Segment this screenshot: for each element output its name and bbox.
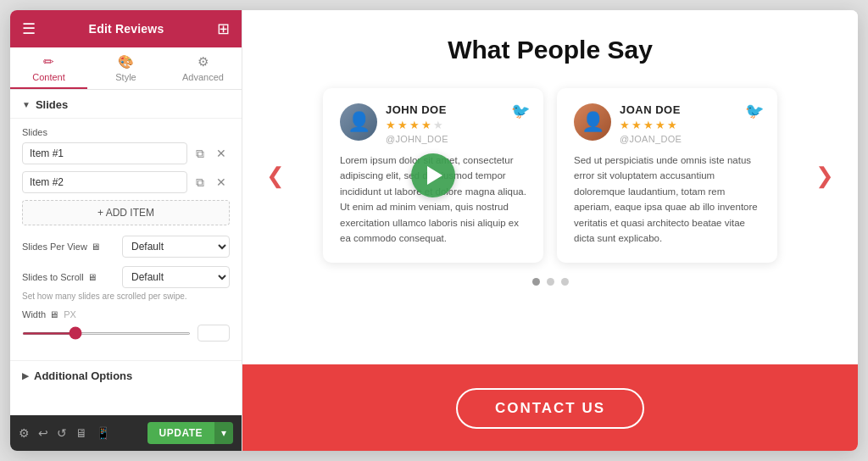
slide-item-2-input[interactable] bbox=[22, 171, 187, 193]
slides-per-view-label: Slides Per View 🖥 bbox=[22, 242, 115, 252]
star-4: ★ bbox=[655, 119, 665, 131]
update-button[interactable]: UPDATE bbox=[147, 422, 214, 444]
app-window: ☰ Edit Reviews ⊞ ✏ Content 🎨 Style ⚙ Adv… bbox=[10, 10, 858, 451]
play-icon bbox=[427, 166, 442, 185]
footer-icons: ⚙ ↩ ↺ 🖥 📱 bbox=[19, 426, 110, 440]
slides-to-scroll-help: Set how many slides are scrolled per swi… bbox=[22, 292, 230, 301]
review-card-2-header: 👤 JOAN DOE ★ ★ ★ ★ ★ @JOAN_D bbox=[574, 103, 760, 144]
slide-item-2-duplicate[interactable]: ⧉ bbox=[192, 174, 208, 192]
style-tab-icon: 🎨 bbox=[118, 54, 134, 69]
sidebar-header: ☰ Edit Reviews ⊞ bbox=[10, 10, 242, 47]
slides-field-label: Slides bbox=[22, 127, 230, 137]
width-unit: PX bbox=[64, 309, 76, 319]
review-card-1-header: 👤 JOHN DOE ★ ★ ★ ★ ★ @JOHN_D bbox=[340, 103, 526, 144]
tab-content[interactable]: ✏ Content bbox=[10, 47, 87, 89]
slides-to-scroll-select[interactable]: Default bbox=[122, 266, 230, 288]
slides-to-scroll-label: Slides to Scroll 🖥 bbox=[22, 272, 115, 282]
add-item-label: + ADD ITEM bbox=[97, 207, 154, 219]
width-slider[interactable] bbox=[22, 332, 191, 335]
slides-section-header[interactable]: ▼ Slides bbox=[10, 90, 242, 119]
slides-to-scroll-row: Slides to Scroll 🖥 Default bbox=[22, 266, 230, 288]
reviewer-2-info: JOAN DOE ★ ★ ★ ★ ★ @JOAN_DOE bbox=[620, 103, 760, 144]
grid-icon[interactable]: ⊞ bbox=[217, 19, 230, 38]
slides-section-title: Slides bbox=[36, 98, 68, 111]
additional-arrow-icon: ▶ bbox=[22, 371, 29, 380]
reviewer-2-stars: ★ ★ ★ ★ ★ bbox=[620, 119, 760, 131]
reviews-cards: 👤 JOHN DOE ★ ★ ★ ★ ★ @JOHN_D bbox=[292, 88, 809, 263]
reviewer-1-avatar: 👤 bbox=[340, 103, 377, 141]
sidebar-body: ▼ Slides Slides ⧉ ✕ ⧉ ✕ + ADD ITEM bbox=[10, 90, 242, 415]
slides-to-scroll-monitor-icon: 🖥 bbox=[87, 272, 97, 282]
width-row: Width 🖥 PX bbox=[22, 309, 230, 319]
redo-icon[interactable]: ↺ bbox=[57, 426, 67, 440]
width-stepper[interactable] bbox=[198, 325, 230, 342]
width-slider-row bbox=[22, 325, 230, 342]
slides-per-view-select[interactable]: Default bbox=[122, 236, 230, 258]
contact-us-button[interactable]: CONTACT US bbox=[456, 388, 644, 429]
star-5: ★ bbox=[433, 119, 443, 131]
reviewer-1-name: JOHN DOE bbox=[386, 103, 526, 116]
tab-style[interactable]: 🎨 Style bbox=[87, 47, 164, 89]
additional-section-header[interactable]: ▶ Additional Options bbox=[10, 361, 242, 391]
star-1: ★ bbox=[386, 119, 396, 131]
content-tab-icon: ✏ bbox=[43, 54, 54, 69]
update-button-group: UPDATE ▾ bbox=[147, 422, 233, 444]
star-3: ★ bbox=[409, 119, 420, 131]
main-content: What People Say ❮ 👤 JOHN DOE bbox=[242, 10, 858, 364]
dot-2[interactable] bbox=[547, 278, 554, 286]
star-2: ★ bbox=[632, 119, 642, 131]
menu-icon[interactable]: ☰ bbox=[22, 19, 36, 38]
reviewer-1-info: JOHN DOE ★ ★ ★ ★ ★ @JOHN_DOE bbox=[386, 103, 526, 144]
width-label: Width 🖥 bbox=[22, 309, 58, 319]
slides-per-view-row: Slides Per View 🖥 Default bbox=[22, 236, 230, 258]
tab-advanced[interactable]: ⚙ Advanced bbox=[164, 47, 242, 89]
review-card-1: 👤 JOHN DOE ★ ★ ★ ★ ★ @JOHN_D bbox=[323, 88, 543, 263]
sidebar-tabs: ✏ Content 🎨 Style ⚙ Advanced bbox=[10, 47, 242, 90]
reviewer-1-twitter-icon: 🐦 bbox=[511, 102, 530, 120]
reviewer-1-stars: ★ ★ ★ ★ ★ bbox=[386, 119, 526, 131]
undo-icon[interactable]: ↩ bbox=[38, 426, 48, 440]
slide-item-1-input[interactable] bbox=[22, 142, 187, 164]
slide-item-2: ⧉ ✕ bbox=[22, 171, 230, 193]
star-5: ★ bbox=[667, 119, 677, 131]
cta-section: CONTACT US bbox=[242, 364, 858, 451]
review-card-2: 👤 JOAN DOE ★ ★ ★ ★ ★ @JOAN_D bbox=[557, 88, 777, 263]
desktop-icon[interactable]: 🖥 bbox=[75, 426, 87, 440]
update-dropdown-button[interactable]: ▾ bbox=[214, 422, 233, 444]
slide-item-1-duplicate[interactable]: ⧉ bbox=[192, 145, 208, 163]
reviewer-2-handle: @JOAN_DOE bbox=[620, 134, 760, 144]
dot-1[interactable] bbox=[532, 278, 540, 286]
slide-item-2-delete[interactable]: ✕ bbox=[213, 174, 230, 191]
play-button[interactable] bbox=[411, 153, 455, 197]
slides-arrow-icon: ▼ bbox=[22, 100, 31, 109]
settings-icon[interactable]: ⚙ bbox=[19, 426, 30, 440]
star-1: ★ bbox=[620, 119, 630, 131]
slider-next-button[interactable]: ❯ bbox=[809, 163, 841, 189]
slider-prev-button[interactable]: ❮ bbox=[259, 163, 292, 189]
additional-section: ▶ Additional Options bbox=[10, 360, 242, 391]
section-title: What People Say bbox=[448, 36, 653, 64]
dot-3[interactable] bbox=[561, 278, 569, 286]
slide-item-1-delete[interactable]: ✕ bbox=[213, 145, 230, 162]
add-item-button[interactable]: + ADD ITEM bbox=[22, 200, 230, 225]
main-area: What People Say ❮ 👤 JOHN DOE bbox=[242, 10, 858, 451]
reviewer-2-text: Sed ut perspiciatis unde omnis iste natu… bbox=[574, 153, 760, 246]
slides-section-content: Slides ⧉ ✕ ⧉ ✕ + ADD ITEM Slides Per Vie… bbox=[10, 119, 242, 360]
sidebar-footer: ⚙ ↩ ↺ 🖥 📱 UPDATE ▾ bbox=[10, 415, 242, 451]
slide-item-1: ⧉ ✕ bbox=[22, 142, 230, 164]
mobile-icon[interactable]: 📱 bbox=[96, 426, 110, 440]
star-3: ★ bbox=[643, 119, 654, 131]
reviews-slider: ❮ 👤 JOHN DOE ★ ★ bbox=[259, 88, 841, 263]
tab-style-label: Style bbox=[115, 72, 136, 82]
tab-advanced-label: Advanced bbox=[182, 72, 224, 82]
sidebar: ☰ Edit Reviews ⊞ ✏ Content 🎨 Style ⚙ Adv… bbox=[10, 10, 242, 451]
slides-per-view-monitor-icon: 🖥 bbox=[91, 242, 100, 252]
reviewer-2-twitter-icon: 🐦 bbox=[745, 102, 764, 120]
reviewer-1-handle: @JOHN_DOE bbox=[386, 134, 526, 144]
reviewer-2-avatar: 👤 bbox=[574, 103, 611, 141]
additional-section-title: Additional Options bbox=[34, 369, 132, 382]
width-monitor-icon: 🖥 bbox=[49, 309, 58, 319]
reviewer-2-name: JOAN DOE bbox=[620, 103, 760, 116]
slider-dots bbox=[532, 278, 569, 286]
star-4: ★ bbox=[421, 119, 431, 131]
